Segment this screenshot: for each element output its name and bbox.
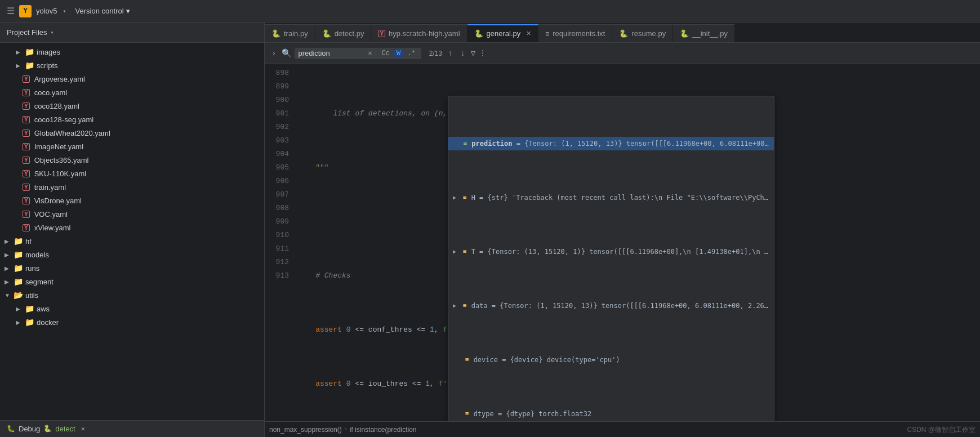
search-bar: › 🔍 ✕ Cc W .* 2/13 ↑ ↓ ▽ ⋮ (265, 43, 980, 64)
line-num-907: 907 (265, 188, 289, 202)
expand-icon[interactable]: ▶ (453, 299, 456, 313)
sidebar-item-coco[interactable]: Y coco.yaml (0, 86, 264, 99)
search-filter-button[interactable]: ▽ (471, 48, 475, 58)
tensor-icon: ≡ (464, 137, 467, 150)
debug-icon: 🐛 (7, 425, 15, 433)
expand-icon[interactable]: ▶ (453, 191, 456, 204)
sidebar-item-objects365[interactable]: Y Objects365.yaml (0, 153, 264, 167)
expand-icon: ▶ (5, 265, 11, 271)
sidebar-item-images[interactable]: ▶ 📁 images (0, 45, 264, 59)
sidebar-header: Project Files ▾ (0, 23, 264, 43)
search-input[interactable] (298, 49, 366, 57)
whole-word-button[interactable]: W (394, 49, 403, 58)
sidebar-item-scripts[interactable]: ▶ 📁 scripts (0, 59, 264, 72)
expand-icon: ▶ (5, 252, 11, 258)
sidebar-item-runs[interactable]: ▶ 📁 runs (0, 261, 264, 275)
sidebar-item-docker[interactable]: ▶ 📁 docker (0, 315, 264, 329)
sidebar-item-aws[interactable]: ▶ 📁 aws (0, 302, 264, 315)
line-num-908: 908 (265, 202, 289, 215)
sidebar-item-voc[interactable]: Y VOC.yaml (0, 207, 264, 221)
breadcrumb-condition[interactable]: if isinstance(prediction (350, 426, 417, 434)
tab-general[interactable]: 🐍 general.py ✕ (467, 24, 539, 42)
expand-icon[interactable]: ▶ (453, 245, 456, 258)
sidebar-item-segment[interactable]: ▶ 📁 segment (0, 275, 264, 288)
sidebar-item-sku110k[interactable]: Y SKU-110K.yaml (0, 167, 264, 180)
sidebar-item-visdrone[interactable]: Y VisDrone.yaml (0, 194, 264, 207)
sidebar-item-label: SKU-110K.yaml (34, 170, 86, 178)
autocomplete-item-device[interactable]: ≡ device = {device} device(type='cpu') (448, 353, 774, 367)
search-clear-button[interactable]: ✕ (368, 49, 372, 57)
autocomplete-item-dtype[interactable]: ≡ dtype = {dtype} torch.float32 (448, 407, 774, 421)
sidebar-item-utils[interactable]: ▼ 📂 utils (0, 288, 264, 302)
search-more-button[interactable]: ⋮ (479, 48, 487, 58)
autocomplete-item-data[interactable]: ▶ ≡ data = {Tensor: (1, 15120, 13)} tens… (448, 299, 774, 313)
sidebar-item-label: aws (37, 305, 50, 313)
sidebar-item-label: models (25, 251, 49, 259)
project-badge: Y (19, 5, 32, 17)
project-name[interactable]: yolov5 (36, 7, 57, 15)
tab-hyp[interactable]: Y hyp.scratch-high.yaml (371, 24, 467, 42)
sidebar-item-globalwheat[interactable]: Y GlobalWheat2020.yaml (0, 126, 264, 140)
search-collapse-button[interactable]: › (269, 48, 278, 59)
autocomplete-item-prediction-tensor[interactable]: ≡ prediction = {Tensor: (1, 15120, 13)} … (448, 137, 774, 150)
sidebar-item-label: coco128.yaml (34, 102, 79, 110)
sidebar-item-label: utils (25, 291, 38, 300)
expand-icon: ▼ (5, 292, 11, 298)
var-icon: ≡ (463, 191, 467, 204)
expand-icon: ▶ (16, 306, 23, 312)
tab-label: requirements.txt (553, 29, 605, 38)
line-num-910: 910 (265, 229, 289, 242)
case-sensitive-button[interactable]: Cc (380, 49, 392, 58)
sidebar-item-label: xView.yaml (34, 224, 71, 232)
sidebar-item-label: images (37, 48, 60, 56)
autocomplete-item-t[interactable]: ▶ ≡ T = {Tensor: (13, 15120, 1)} tensor(… (448, 245, 774, 258)
sidebar-item-label: coco128-seg.yaml (34, 115, 94, 124)
yaml-icon: Y (23, 170, 30, 177)
hamburger-icon[interactable]: ☰ (7, 6, 15, 17)
tab-train[interactable]: 🐍 train.py (265, 24, 315, 42)
expand-icon: ▶ (16, 319, 23, 325)
expand-icon: ▶ (5, 279, 11, 285)
sidebar-item-xview[interactable]: Y xView.yaml (0, 221, 264, 234)
sidebar-item-argoverse[interactable]: Y Argoverse.yaml (0, 72, 264, 86)
sidebar-item-label: scripts (37, 61, 58, 70)
tab-close-button[interactable]: ✕ (526, 30, 531, 37)
divider (376, 49, 376, 58)
tab-label: general.py (487, 29, 521, 38)
breadcrumb-func[interactable]: non_max_suppression() (269, 426, 342, 434)
search-prev-button[interactable]: ↑ (446, 48, 455, 59)
yaml-icon: Y (23, 143, 30, 150)
line-num-909: 909 (265, 215, 289, 229)
sidebar-item-imagenet[interactable]: Y ImageNet.yaml (0, 140, 264, 153)
autocomplete-item-h[interactable]: ▶ ≡ H = {str} 'Traceback (most recent ca… (448, 191, 774, 204)
debug-label[interactable]: Debug (19, 425, 40, 433)
line-num-900: 900 (265, 93, 289, 107)
debug-close-button[interactable]: ✕ (81, 425, 85, 433)
sidebar-item-label: ImageNet.yaml (34, 142, 83, 151)
sidebar-item-models[interactable]: ▶ 📁 models (0, 248, 264, 261)
tab-detect[interactable]: 🐍 detect.py (315, 24, 372, 42)
sidebar-item-hf[interactable]: ▶ 📁 hf (0, 234, 264, 248)
sidebar-item-coco128seg[interactable]: Y coco128-seg.yaml (0, 113, 264, 126)
tab-label: train.py (284, 29, 308, 38)
sidebar-item-coco128[interactable]: Y coco128.yaml (0, 99, 264, 113)
tab-resume[interactable]: 🐍 resume.py (612, 24, 673, 42)
sidebar-item-train-yaml[interactable]: Y train.yaml (0, 180, 264, 194)
tab-requirements[interactable]: ≡ requirements.txt (538, 24, 612, 42)
search-input-wrapper: ✕ Cc W .* (295, 48, 421, 59)
txt-icon: ≡ (545, 30, 549, 38)
autocomplete-label: T = {Tensor: (13, 15120, 1)} tensor([[[6… (471, 245, 769, 258)
code-content[interactable]: list of detections, on (n,6) tensor per … (296, 64, 980, 421)
search-next-button[interactable]: ↓ (458, 48, 467, 59)
breadcrumb-sep: › (344, 426, 348, 432)
yaml-icon: Y (23, 211, 30, 218)
folder-icon: 📁 (14, 237, 23, 246)
version-control-button[interactable]: Version control ▾ (75, 7, 130, 15)
autocomplete-label: data = {Tensor: (1, 15120, 13)} tensor([… (471, 299, 769, 313)
debug-file[interactable]: detect (55, 425, 75, 433)
line-num-911: 911 (265, 242, 289, 256)
tab-init[interactable]: 🐍 __init__.py (673, 24, 735, 42)
search-icon: 🔍 (282, 48, 291, 58)
regex-button[interactable]: .* (405, 49, 417, 58)
line-num-902: 902 (265, 121, 289, 134)
